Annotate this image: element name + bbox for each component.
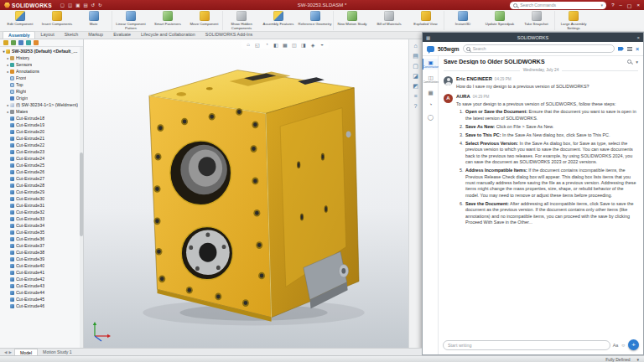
ribbon-tool-button[interactable]: Move Component xyxy=(186,11,223,30)
format-icon[interactable]: Aa xyxy=(613,343,619,348)
commandmanager-tab[interactable]: Sketch xyxy=(60,31,83,39)
command-search-input[interactable]: Search Commands ▾ xyxy=(510,2,606,9)
tree-item[interactable]: ▸ (f) SW-30234-1<1> (Weldment) xyxy=(2,101,80,108)
home-tab-icon[interactable]: ⌂ xyxy=(413,43,417,49)
ribbon-tool-button[interactable]: Large Assembly Settings xyxy=(555,11,592,30)
tree-item[interactable]: Cut-Extrude25 xyxy=(2,162,80,168)
tree-item[interactable]: Cut-Extrude30 xyxy=(2,195,80,202)
message-author[interactable]: Eric ENGINEER xyxy=(456,76,492,83)
commandmanager-tab[interactable]: Layout xyxy=(35,31,59,39)
tree-item[interactable]: ▸ History xyxy=(2,54,80,61)
rail-dashboard[interactable]: ▦ xyxy=(423,89,438,96)
commandmanager-tab[interactable]: Evaluate xyxy=(108,31,136,39)
propertymanager-tab-icon[interactable] xyxy=(11,40,16,45)
design-library-icon[interactable]: ▤ xyxy=(413,53,418,59)
message-author[interactable]: AURA xyxy=(456,94,470,101)
tree-item[interactable]: Cut-Extrude24 xyxy=(2,155,80,162)
undo-icon[interactable]: ↺ xyxy=(91,3,96,8)
tree-item[interactable]: Front xyxy=(2,75,80,81)
commandmanager-tab[interactable]: Lifecycle and Collaboration xyxy=(136,31,200,39)
commandmanager-tab[interactable]: SOLIDWORKS Add-Ins xyxy=(200,31,257,39)
ribbon-tool-button[interactable]: Bill of Materials xyxy=(371,11,408,30)
tree-item[interactable]: Cut-Extrude42 xyxy=(2,276,80,282)
save-icon[interactable]: ▣ xyxy=(75,3,80,8)
emoji-icon[interactable]: ☺ xyxy=(621,343,626,348)
ribbon-tool-button[interactable]: Assembly Features xyxy=(260,11,297,30)
tag-icon[interactable] xyxy=(618,47,624,51)
tree-item[interactable]: Cut-Extrude22 xyxy=(2,142,80,148)
ribbon-tool-button[interactable]: Take Snapshot xyxy=(518,11,555,30)
ribbon-tool-button[interactable]: Smart Fasteners xyxy=(149,11,186,30)
tree-item[interactable]: Cut-Extrude31 xyxy=(2,202,80,209)
chevron-down-icon[interactable]: ▾ xyxy=(636,59,638,65)
dimxpertmanager-tab-icon[interactable] xyxy=(26,40,31,45)
tree-item[interactable]: ▸ Sensors xyxy=(2,61,80,68)
minimize-icon[interactable]: – xyxy=(619,3,621,8)
tree-item[interactable]: Cut-Extrude36 xyxy=(2,235,80,242)
ribbon-tool-button[interactable]: Mate xyxy=(75,11,112,30)
ribbon-tool-button[interactable]: Edit Component xyxy=(2,11,39,30)
tree-item[interactable]: Cut-Extrude21 xyxy=(2,135,80,142)
tree-item[interactable]: Cut-Extrude23 xyxy=(2,148,80,155)
assembly-model-3d[interactable] xyxy=(130,44,377,334)
compose-fab-button[interactable]: + xyxy=(628,339,639,350)
tree-item[interactable]: Right xyxy=(2,88,80,95)
ribbon-tool-button[interactable]: Instant3D xyxy=(444,11,481,30)
tree-item[interactable]: Cut-Extrude44 xyxy=(2,289,80,296)
ribbon-tool-button[interactable]: Show Hidden Components xyxy=(223,11,260,30)
tree-item[interactable]: Cut-Extrude45 xyxy=(2,296,80,303)
new-file-icon[interactable]: ▢ xyxy=(60,3,65,8)
ribbon-tool-button[interactable]: Insert Components xyxy=(39,11,75,30)
status-chevron-icon[interactable]: ▾ xyxy=(636,357,639,362)
tree-item[interactable]: Cut-Extrude40 xyxy=(2,262,80,269)
commandmanager-tab[interactable]: Markup xyxy=(83,31,108,39)
tree-item[interactable]: Cut-Extrude46 xyxy=(2,303,80,309)
rail-communities[interactable]: ◫ Communities xyxy=(423,74,438,85)
tree-item[interactable]: ▸ Mates xyxy=(2,108,80,115)
tree-scrollbar-thumb[interactable] xyxy=(80,153,83,237)
tab-scroll-right-icon[interactable]: ▶ xyxy=(8,350,11,354)
rail-me[interactable]: ◯ xyxy=(423,113,438,121)
tree-scrollbar[interactable] xyxy=(80,47,83,348)
custom-properties-icon[interactable]: ≡ xyxy=(413,93,417,99)
close-icon[interactable]: × xyxy=(636,3,640,8)
configurationmanager-tab-icon[interactable] xyxy=(18,40,23,45)
ribbon-tool-button[interactable]: Update Speedpak xyxy=(481,11,518,30)
chat-search-input[interactable]: Search xyxy=(463,44,615,53)
tree-item[interactable]: Cut-Extrude29 xyxy=(2,189,80,195)
featuremanager-tab-icon[interactable] xyxy=(3,40,8,45)
tree-item[interactable]: Cut-Extrude26 xyxy=(2,168,80,175)
appearances-icon[interactable]: ◩ xyxy=(413,83,418,89)
chat-window-close-icon[interactable]: × xyxy=(636,35,640,40)
document-tab[interactable]: Motion Study 1 xyxy=(38,349,77,355)
ribbon-tool-button[interactable]: Exploded View xyxy=(408,11,444,30)
maximize-icon[interactable]: ▢ xyxy=(627,3,632,8)
tab-scroll-left-icon[interactable]: ◀ xyxy=(4,350,7,354)
tree-item[interactable]: ▾ SW-30253 (Default) <Default_Disp xyxy=(2,48,80,54)
rail-conversations[interactable]: ▣ Conversations xyxy=(423,59,438,70)
graphics-viewport[interactable]: ⌂◱◔◧▦◫◨◈◒ xyxy=(84,39,408,348)
eric-avatar[interactable] xyxy=(444,76,453,85)
tree-item[interactable]: Cut-Extrude34 xyxy=(2,222,80,229)
view-palette-icon[interactable]: ◪ xyxy=(413,73,418,79)
topic-search-icon[interactable] xyxy=(627,59,631,64)
print-icon[interactable]: ▤ xyxy=(83,3,87,8)
message-input[interactable] xyxy=(443,340,610,350)
ribbon-tool-button[interactable]: Linear Component Pattern xyxy=(112,11,149,30)
displaymanager-tab-icon[interactable] xyxy=(34,40,39,45)
close-icon[interactable]: × xyxy=(636,46,639,52)
chevron-down-icon[interactable]: ▾ xyxy=(601,3,604,8)
menu-icon[interactable] xyxy=(627,47,632,51)
tree-item[interactable]: Cut-Extrude43 xyxy=(2,282,80,289)
apps-grid-icon[interactable]: ▦ xyxy=(426,35,430,40)
tree-item[interactable]: Cut-Extrude39 xyxy=(2,256,80,262)
tree-item[interactable]: Cut-Extrude33 xyxy=(2,215,80,222)
rail-recent[interactable]: ◔ xyxy=(423,101,438,108)
tree-item[interactable]: Cut-Extrude37 xyxy=(2,242,80,249)
ribbon-tool-button[interactable]: Reference Geometry xyxy=(297,11,334,30)
tree-item[interactable]: Origin xyxy=(2,95,80,101)
commandmanager-tab[interactable]: Assembly xyxy=(3,31,35,39)
tree-item[interactable]: Top xyxy=(2,81,80,88)
tree-item[interactable]: Cut-Extrude28 xyxy=(2,182,80,189)
document-tab[interactable]: Model xyxy=(14,349,38,355)
